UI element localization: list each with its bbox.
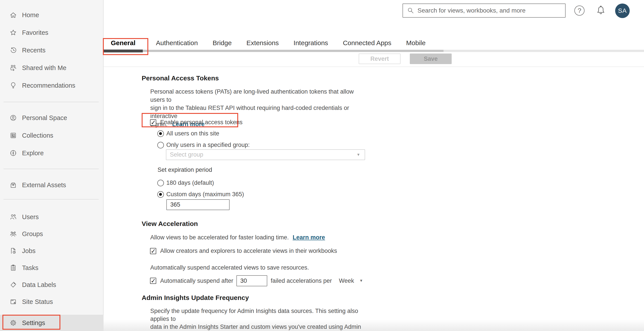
sidebar-item-personal-space[interactable]: Personal Space bbox=[0, 109, 104, 127]
scope-all-users-row: All users on this site bbox=[157, 130, 219, 137]
pat-desc-line2: sign in to the Tableau REST API without … bbox=[150, 105, 349, 119]
sidebar-item-label: Jobs bbox=[22, 247, 36, 255]
sidebar-item-label: Data Labels bbox=[22, 281, 56, 289]
expiry-custom-radio[interactable] bbox=[157, 191, 164, 198]
expiry-custom-label: Custom days (maximum 365) bbox=[166, 191, 244, 198]
sidebar-item-label: Tasks bbox=[22, 264, 38, 272]
search-icon bbox=[407, 7, 414, 14]
expiration-period-label: Set expiration period bbox=[158, 166, 212, 174]
save-button[interactable]: Save bbox=[410, 53, 452, 64]
pat-desc-line1: Personal access tokens (PATs) are long-l… bbox=[150, 88, 354, 103]
period-select-value: Week bbox=[339, 278, 354, 284]
va-learn-more-link[interactable]: Learn more bbox=[292, 234, 325, 241]
sidebar: Home Favorites Recents Shared with Me Re… bbox=[0, 0, 104, 331]
enable-pat-label: Enable personal access tokens bbox=[160, 119, 242, 126]
view-acceleration-description: Allow views to be accelerated for faster… bbox=[150, 233, 325, 242]
revert-button[interactable]: Revert bbox=[359, 53, 400, 64]
sidebar-item-label: Home bbox=[22, 11, 39, 19]
lightbulb-icon bbox=[9, 81, 17, 89]
admin-insights-title: Admin Insights Update Frequency bbox=[142, 294, 249, 302]
tab-mobile[interactable]: Mobile bbox=[406, 39, 426, 50]
sidebar-item-collections[interactable]: Collections bbox=[0, 127, 104, 144]
drawer-box-icon bbox=[9, 181, 17, 189]
sidebar-divider bbox=[4, 169, 99, 169]
sidebar-item-groups[interactable]: Groups bbox=[0, 225, 104, 243]
group-select-dropdown[interactable]: Select group bbox=[166, 149, 365, 160]
sidebar-divider bbox=[4, 199, 99, 200]
sidebar-item-label: Site Status bbox=[22, 298, 53, 306]
home-icon bbox=[9, 11, 17, 19]
tab-authentication[interactable]: Authentication bbox=[156, 39, 198, 50]
sidebar-item-home[interactable]: Home bbox=[0, 6, 104, 24]
chevron-down-icon bbox=[359, 279, 363, 283]
tab-track-scroll[interactable] bbox=[104, 50, 444, 52]
users-icon bbox=[9, 213, 17, 221]
allow-acceleration-checkbox[interactable] bbox=[150, 248, 156, 254]
all-users-label: All users on this site bbox=[166, 130, 219, 137]
sidebar-item-label: External Assets bbox=[22, 181, 66, 189]
star-icon bbox=[9, 29, 17, 36]
sidebar-item-tasks[interactable]: Tasks bbox=[0, 259, 104, 277]
notifications-bell-icon[interactable] bbox=[596, 5, 606, 16]
sidebar-item-label: Explore bbox=[22, 150, 44, 157]
allow-acceleration-row: Allow creators and explorers to accelera… bbox=[150, 248, 337, 254]
gear-icon bbox=[9, 319, 17, 327]
tab-general[interactable]: General bbox=[104, 39, 141, 50]
custom-days-input[interactable] bbox=[166, 199, 230, 210]
expiry-custom-row: Custom days (maximum 365) bbox=[157, 191, 244, 198]
period-select-dropdown[interactable]: Week bbox=[339, 278, 363, 284]
groups-icon bbox=[9, 230, 17, 238]
sidebar-item-external-assets[interactable]: External Assets bbox=[0, 176, 104, 194]
person-circle-icon bbox=[9, 114, 17, 122]
sidebar-item-favorites[interactable]: Favorites bbox=[0, 24, 104, 41]
avatar[interactable]: SA bbox=[615, 3, 630, 18]
tab-extensions[interactable]: Extensions bbox=[246, 39, 279, 50]
compass-icon bbox=[9, 149, 17, 157]
specified-group-radio[interactable] bbox=[157, 142, 164, 148]
group-select-placeholder: Select group bbox=[170, 151, 203, 158]
enable-pat-row: Enable personal access tokens bbox=[150, 119, 242, 126]
sidebar-item-data-labels[interactable]: Data Labels bbox=[0, 276, 104, 294]
sidebar-item-label: Recommendations bbox=[22, 82, 75, 89]
clipboard-list-icon bbox=[9, 264, 17, 272]
settings-tab-bar: General Authentication Bridge Extensions… bbox=[104, 39, 426, 50]
collections-grid-icon bbox=[9, 131, 17, 139]
enable-pat-checkbox[interactable] bbox=[150, 119, 156, 125]
expiry-180-row: 180 days (default) bbox=[157, 179, 214, 186]
auto-suspend-prefix-label: Automatically suspend after bbox=[160, 278, 233, 284]
auto-suspend-checkbox[interactable] bbox=[150, 278, 156, 284]
sidebar-item-label: Favorites bbox=[22, 29, 48, 36]
tab-integrations[interactable]: Integrations bbox=[294, 39, 328, 50]
pat-section-title: Personal Access Tokens bbox=[142, 74, 219, 82]
sidebar-item-site-status[interactable]: Site Status bbox=[0, 293, 104, 311]
failed-accelerations-input[interactable] bbox=[236, 275, 267, 286]
specified-group-label: Only users in a specified group: bbox=[166, 142, 250, 148]
auto-suspend-middle-label: failed accelerations per bbox=[271, 278, 332, 284]
sidebar-item-label: Groups bbox=[22, 230, 43, 238]
view-acceleration-title: View Acceleration bbox=[142, 220, 198, 228]
sidebar-item-explore[interactable]: Explore bbox=[0, 144, 104, 162]
suspend-note: Automatically suspend accelerated views … bbox=[150, 264, 309, 272]
tab-connected-apps[interactable]: Connected Apps bbox=[343, 39, 391, 50]
site-status-icon bbox=[9, 298, 17, 306]
sidebar-item-users[interactable]: Users bbox=[0, 208, 104, 226]
sidebar-item-settings[interactable]: Settings bbox=[0, 315, 104, 331]
expiry-180-radio[interactable] bbox=[157, 180, 164, 186]
sidebar-item-shared-with-me[interactable]: Shared with Me bbox=[0, 59, 104, 77]
auto-suspend-row: Automatically suspend after failed accel… bbox=[150, 275, 363, 287]
ai-desc-line1: Specify the update frequency for Admin I… bbox=[150, 308, 358, 322]
tag-icon bbox=[9, 281, 17, 289]
sidebar-item-recents[interactable]: Recents bbox=[0, 41, 104, 59]
header-divider bbox=[104, 66, 644, 67]
ai-desc-line2: data in the Admin Insights Starter and c… bbox=[150, 324, 361, 331]
shared-with-me-icon bbox=[9, 64, 17, 72]
sidebar-item-label: Collections bbox=[22, 132, 53, 139]
sidebar-item-recommendations[interactable]: Recommendations bbox=[0, 77, 104, 94]
search-input[interactable] bbox=[418, 4, 565, 17]
help-icon[interactable] bbox=[574, 5, 584, 16]
sidebar-item-jobs[interactable]: Jobs bbox=[0, 242, 104, 260]
all-users-radio[interactable] bbox=[157, 130, 164, 137]
tab-bridge[interactable]: Bridge bbox=[212, 39, 232, 50]
sidebar-item-label: Personal Space bbox=[22, 114, 67, 122]
expiry-180-label: 180 days (default) bbox=[166, 179, 214, 186]
